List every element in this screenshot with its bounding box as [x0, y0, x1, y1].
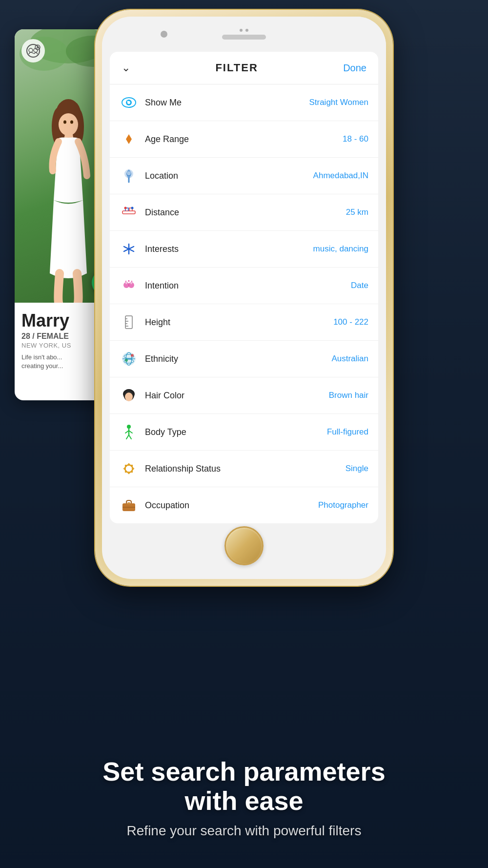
home-button[interactable]	[224, 526, 264, 565]
svg-point-24	[124, 207, 127, 209]
age-range-label: Age Range	[145, 134, 343, 145]
settings-button[interactable]	[21, 39, 45, 62]
bottom-title: Set search parameterswith ease	[102, 757, 385, 815]
status-dot-1	[240, 29, 243, 32]
occupation-icon	[120, 496, 138, 515]
eye-icon	[120, 93, 138, 112]
bottom-section: Set search parameterswith ease Refine yo…	[0, 614, 488, 868]
svg-point-11	[59, 113, 78, 136]
phone-topbar	[102, 17, 386, 52]
filter-row-relationship[interactable]: Relationship Status Single	[110, 451, 378, 487]
filter-row-distance[interactable]: Distance 25 km	[110, 194, 378, 231]
filter-row-intention[interactable]: Intention Date	[110, 268, 378, 304]
height-icon	[120, 313, 138, 331]
bottom-subtitle: Refine your search with powerful filters	[127, 823, 362, 839]
globe-icon	[120, 350, 138, 368]
phone-screen: ⌄ FILTER Done Show Me St	[102, 17, 386, 579]
filter-panel: ⌄ FILTER Done Show Me St	[110, 52, 378, 523]
svg-line-54	[129, 435, 131, 439]
done-button[interactable]: Done	[343, 62, 366, 74]
show-me-value: Straight Women	[309, 98, 368, 107]
occupation-value: Photographer	[318, 500, 368, 510]
filter-row-occupation[interactable]: Occupation Photographer	[110, 487, 378, 523]
intention-icon	[120, 276, 138, 295]
sort-icon	[120, 130, 138, 148]
body-type-label: Body Type	[145, 427, 327, 437]
svg-point-29	[130, 282, 132, 284]
intention-label: Intention	[145, 281, 351, 291]
interests-value: music, dancing	[313, 244, 368, 254]
height-label: Height	[145, 317, 333, 328]
svg-point-22	[127, 171, 131, 175]
svg-rect-33	[125, 316, 132, 329]
collapse-chevron[interactable]: ⌄	[122, 62, 130, 74]
interests-label: Interests	[145, 244, 313, 254]
svg-point-17	[127, 101, 129, 103]
relationship-label: Relationship Status	[145, 464, 346, 474]
show-me-label: Show Me	[145, 98, 309, 108]
location-value: Ahmedabad,IN	[313, 171, 368, 181]
hair-color-label: Hair Color	[145, 391, 329, 401]
distance-value: 25 km	[346, 207, 368, 217]
phone-outer: ⌄ FILTER Done Show Me St	[95, 10, 393, 586]
svg-point-48	[125, 393, 133, 401]
svg-marker-19	[126, 139, 132, 144]
location-label: Location	[145, 171, 313, 181]
camera-dot	[161, 31, 167, 38]
body-icon	[120, 423, 138, 441]
distance-icon	[120, 203, 138, 222]
filter-row-hair[interactable]: Hair Color Brown hair	[110, 377, 378, 414]
filter-row-age[interactable]: Age Range 18 - 60	[110, 121, 378, 158]
height-value: 100 - 222	[333, 317, 368, 327]
filter-row-show-me[interactable]: Show Me Straight Women	[110, 84, 378, 121]
status-dot-2	[245, 29, 248, 32]
speaker	[222, 35, 266, 40]
filter-title: FILTER	[215, 62, 258, 74]
relationship-value: Single	[346, 464, 368, 474]
ethnicity-label: Ethnicity	[145, 354, 331, 364]
filter-row-interests[interactable]: Interests music, dancing	[110, 231, 378, 268]
hair-icon	[120, 386, 138, 405]
svg-rect-23	[122, 211, 135, 214]
distance-label: Distance	[145, 207, 346, 218]
filter-row-height[interactable]: Height 100 - 222	[110, 304, 378, 341]
intention-value: Date	[351, 281, 368, 290]
svg-rect-57	[127, 502, 130, 504]
svg-point-44	[125, 359, 128, 362]
occupation-label: Occupation	[145, 500, 318, 511]
svg-point-28	[125, 282, 127, 284]
age-range-value: 18 - 60	[343, 134, 368, 144]
filter-row-ethnicity[interactable]: Ethnicity Australian	[110, 341, 378, 377]
location-icon	[120, 166, 138, 185]
svg-point-25	[131, 207, 134, 209]
relationship-icon	[120, 459, 138, 478]
filter-row-body[interactable]: Body Type Full-figured	[110, 414, 378, 451]
svg-point-43	[131, 354, 134, 357]
phone-frame: ⌄ FILTER Done Show Me St	[95, 10, 393, 586]
filter-row-location[interactable]: Location Ahmedabad,IN	[110, 158, 378, 194]
body-type-value: Full-figured	[327, 427, 368, 437]
hair-color-value: Brown hair	[329, 391, 368, 400]
svg-marker-18	[126, 134, 132, 139]
interests-icon	[120, 240, 138, 258]
ethnicity-value: Australian	[331, 354, 368, 364]
svg-line-53	[126, 435, 129, 439]
filter-header: ⌄ FILTER Done	[110, 52, 378, 84]
svg-point-13	[70, 121, 73, 124]
svg-point-12	[63, 121, 66, 124]
svg-point-1	[29, 48, 33, 52]
